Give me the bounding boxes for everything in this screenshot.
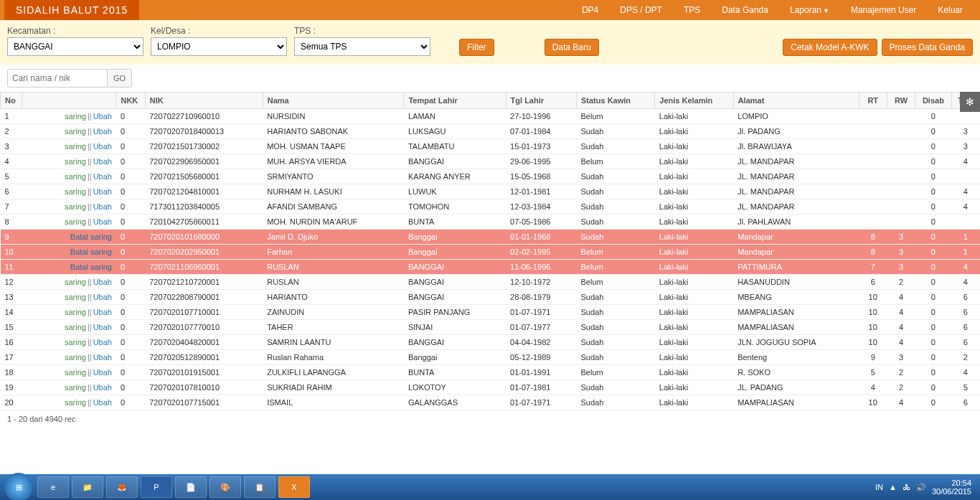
- saring-link[interactable]: Batal saring: [70, 263, 112, 271]
- cell-tempat-lahir: BANGGAI: [404, 260, 506, 275]
- saring-link[interactable]: saring: [65, 112, 86, 121]
- saring-link[interactable]: saring: [65, 142, 86, 151]
- cell-rw: [887, 124, 915, 139]
- taskbar-app-p[interactable]: P: [141, 476, 172, 498]
- cell-nik: 7207020101915001: [145, 365, 263, 380]
- saring-link[interactable]: saring: [65, 368, 86, 377]
- nav-tps[interactable]: TPS: [679, 2, 705, 18]
- ubah-link[interactable]: Ubah: [93, 187, 112, 196]
- saring-link[interactable]: saring: [65, 187, 86, 196]
- ubah-link[interactable]: Ubah: [93, 293, 112, 301]
- ubah-link[interactable]: Ubah: [93, 112, 112, 121]
- cell-actions: saring||Ubah: [22, 124, 116, 139]
- brand: SIDALIH BALUT 2015: [4, 0, 139, 20]
- nav-manajemen-user[interactable]: Manajemen User: [847, 2, 920, 18]
- cetak-model-button[interactable]: Cetak Model A-KWK: [783, 39, 877, 56]
- col-tgl-lahir: Tgl Lahir: [506, 93, 576, 109]
- nav-data-ganda[interactable]: Data Ganda: [717, 2, 773, 18]
- taskbar-explorer[interactable]: 📁: [72, 476, 103, 498]
- saring-link[interactable]: saring: [65, 172, 86, 181]
- cell-rw: [887, 184, 915, 199]
- tray-volume-icon[interactable]: 🔊: [916, 483, 926, 492]
- filter-button[interactable]: Filter: [459, 39, 494, 56]
- saring-link[interactable]: saring: [65, 217, 86, 226]
- cell-tps: 6: [951, 290, 979, 305]
- saring-link[interactable]: saring: [65, 127, 86, 136]
- saring-link[interactable]: saring: [65, 323, 86, 331]
- saring-link[interactable]: saring: [65, 383, 86, 392]
- table-row: 7saring||Ubah07173011203840005AFANDI SAM…: [1, 199, 980, 214]
- tps-select[interactable]: Semua TPS: [294, 37, 430, 56]
- ubah-link[interactable]: Ubah: [93, 127, 112, 136]
- cell-nik: 72070207018400013: [145, 124, 263, 139]
- cell-nik: 7207022808790001: [145, 290, 263, 305]
- ubah-link[interactable]: Ubah: [93, 338, 112, 346]
- tray-lang[interactable]: IN: [875, 483, 883, 491]
- saring-link[interactable]: Batal saring: [70, 247, 112, 256]
- table-row: 12saring||Ubah07207021210720001RUSLANBAN…: [1, 275, 980, 290]
- taskbar-word[interactable]: 📄: [175, 476, 207, 498]
- tray-clock[interactable]: 20:5430/06/2015: [932, 478, 971, 496]
- ubah-link[interactable]: Ubah: [93, 353, 112, 362]
- proses-ganda-button[interactable]: Proses Data Ganda: [882, 39, 973, 56]
- ubah-link[interactable]: Ubah: [93, 278, 112, 286]
- tray-flag-icon[interactable]: ▲: [889, 483, 897, 491]
- cell-rw: 2: [887, 365, 915, 380]
- cell-alamat: JL. MANDAPAR: [733, 154, 859, 169]
- cell-status-kawin: Sudah: [576, 335, 654, 350]
- kecamatan-select[interactable]: BANGGAI: [7, 37, 143, 56]
- cell-no: 10: [1, 245, 22, 260]
- cell-status-kawin: Sudah: [576, 169, 654, 184]
- taskbar-xampp[interactable]: X: [278, 476, 310, 498]
- saring-link[interactable]: saring: [65, 353, 86, 362]
- ubah-link[interactable]: Ubah: [93, 308, 112, 316]
- taskbar-ie[interactable]: e: [37, 476, 69, 498]
- cell-tgl-lahir: 02-02-1995: [506, 245, 576, 260]
- tray-network-icon[interactable]: 🖧: [903, 483, 910, 491]
- saring-link[interactable]: Batal saring: [70, 232, 112, 241]
- cell-rt: 10: [859, 320, 887, 335]
- taskbar-firefox[interactable]: 🦊: [106, 476, 138, 498]
- cell-alamat: MAMPALIASAN: [733, 305, 859, 320]
- saring-link[interactable]: saring: [65, 293, 86, 301]
- cell-nkk: 0: [116, 305, 145, 320]
- saring-link[interactable]: saring: [65, 308, 86, 316]
- cell-rw: 3: [887, 260, 915, 275]
- search-go-button[interactable]: GO: [108, 69, 132, 88]
- cell-no: 11: [1, 260, 22, 275]
- saring-link[interactable]: saring: [65, 202, 86, 211]
- nav-dp4[interactable]: DP4: [578, 2, 603, 18]
- gear-icon[interactable]: ✻: [960, 92, 980, 112]
- ubah-link[interactable]: Ubah: [93, 368, 112, 377]
- ubah-link[interactable]: Ubah: [93, 323, 112, 331]
- windows-icon: ⊞: [16, 483, 22, 492]
- cell-rt: 6: [859, 275, 887, 290]
- saring-link[interactable]: saring: [65, 398, 86, 407]
- ubah-link[interactable]: Ubah: [93, 202, 112, 211]
- nav-keluar[interactable]: Keluar: [933, 2, 967, 18]
- cell-actions: saring||Ubah: [22, 320, 116, 335]
- ubah-link[interactable]: Ubah: [93, 172, 112, 181]
- cell-jenis-kelamin: Laki-laki: [655, 335, 733, 350]
- ubah-link[interactable]: Ubah: [93, 398, 112, 407]
- start-button[interactable]: ⊞: [4, 473, 33, 500]
- ubah-link[interactable]: Ubah: [93, 383, 112, 392]
- ubah-link[interactable]: Ubah: [93, 157, 112, 166]
- taskbar-notes[interactable]: 📋: [244, 476, 275, 498]
- ubah-link[interactable]: Ubah: [93, 217, 112, 226]
- saring-link[interactable]: saring: [65, 338, 86, 346]
- cell-nkk: 0: [116, 230, 145, 245]
- nav-dps-dpt[interactable]: DPS / DPT: [616, 2, 666, 18]
- cell-status-kawin: Sudah: [576, 230, 654, 245]
- saring-link[interactable]: saring: [65, 157, 86, 166]
- cell-nama: HARIANTO: [263, 290, 404, 305]
- taskbar-paint[interactable]: 🎨: [209, 476, 241, 498]
- cell-actions: saring||Ubah: [22, 380, 116, 395]
- ubah-link[interactable]: Ubah: [93, 142, 112, 151]
- cell-disab: 0: [915, 290, 951, 305]
- saring-link[interactable]: saring: [65, 278, 86, 286]
- data-baru-button[interactable]: Data Baru: [545, 39, 599, 56]
- search-input[interactable]: [7, 69, 108, 88]
- keldesa-select[interactable]: LOMPIO: [151, 37, 287, 56]
- nav-laporan[interactable]: Laporan▼: [786, 2, 834, 18]
